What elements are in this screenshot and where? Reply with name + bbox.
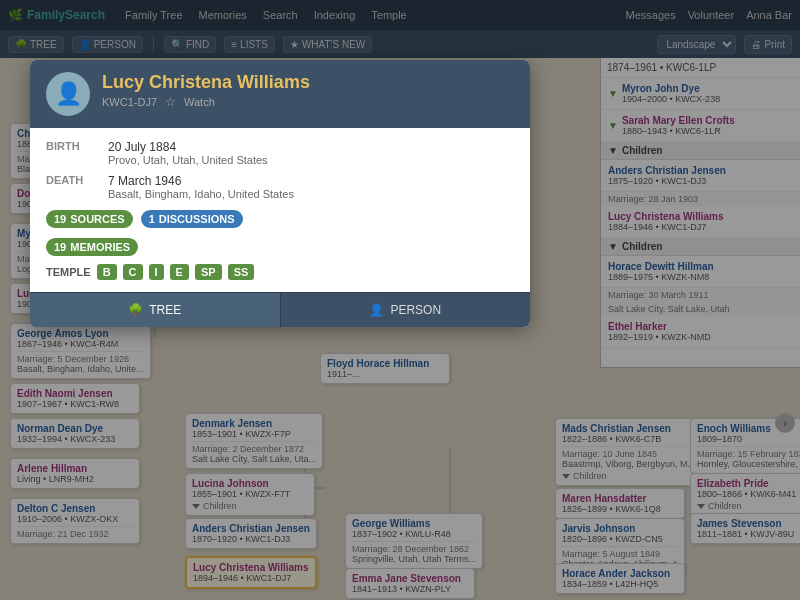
modal-id-watch: KWC1-DJ7 ☆ Watch — [102, 95, 514, 109]
sources-count: 19 — [54, 213, 66, 225]
temple-label: TEMPLE — [46, 266, 91, 278]
watch-star-icon: ☆ — [165, 95, 176, 109]
memories-label: MEMORIES — [70, 241, 130, 253]
person-detail-modal: 👤 Lucy Christena Williams KWC1-DJ7 ☆ Wat… — [30, 60, 530, 327]
birth-label: BIRTH — [46, 140, 96, 166]
birth-date: 20 July 1884 — [108, 140, 268, 154]
modal-tree-btn[interactable]: 🌳 TREE — [30, 293, 281, 327]
modal-title-area: Lucy Christena Williams KWC1-DJ7 ☆ Watch — [102, 72, 514, 109]
modal-header: 👤 Lucy Christena Williams KWC1-DJ7 ☆ Wat… — [30, 60, 530, 128]
watch-label[interactable]: Watch — [184, 96, 215, 108]
temple-row: TEMPLE B C I E SP SS — [46, 264, 514, 280]
temple-i: I — [149, 264, 164, 280]
temple-sp: SP — [195, 264, 222, 280]
memories-row: 19 MEMORIES — [46, 238, 514, 256]
death-row: DEATH 7 March 1946 Basalt, Bingham, Idah… — [46, 174, 514, 200]
modal-tree-icon: 🌳 — [128, 303, 143, 317]
modal-badges: 19 SOURCES 1 DISCUSSIONS — [46, 210, 514, 228]
modal-person-name: Lucy Christena Williams — [102, 72, 514, 93]
temple-c: C — [123, 264, 143, 280]
modal-person-btn[interactable]: 👤 PERSON — [281, 293, 531, 327]
death-place: Basalt, Bingham, Idaho, United States — [108, 188, 294, 200]
death-label: DEATH — [46, 174, 96, 200]
modal-footer: 🌳 TREE 👤 PERSON — [30, 292, 530, 327]
modal-overlay[interactable]: 👤 Lucy Christena Williams KWC1-DJ7 ☆ Wat… — [0, 0, 800, 600]
memories-badge[interactable]: 19 MEMORIES — [46, 238, 138, 256]
temple-e: E — [170, 264, 189, 280]
death-date: 7 March 1946 — [108, 174, 294, 188]
sources-label: SOURCES — [70, 213, 124, 225]
temple-b: B — [97, 264, 117, 280]
modal-person-id: KWC1-DJ7 — [102, 96, 157, 108]
sources-badge[interactable]: 19 SOURCES — [46, 210, 133, 228]
memories-count: 19 — [54, 241, 66, 253]
modal-body: BIRTH 20 July 1884 Provo, Utah, Utah, Un… — [30, 128, 530, 292]
disc-count: 1 — [149, 213, 155, 225]
birth-row: BIRTH 20 July 1884 Provo, Utah, Utah, Un… — [46, 140, 514, 166]
birth-place: Provo, Utah, Utah, United States — [108, 154, 268, 166]
temple-ss: SS — [228, 264, 255, 280]
modal-person-icon: 👤 — [369, 303, 384, 317]
disc-label: DISCUSSIONS — [159, 213, 235, 225]
avatar: 👤 — [46, 72, 90, 116]
discussions-badge[interactable]: 1 DISCUSSIONS — [141, 210, 243, 228]
